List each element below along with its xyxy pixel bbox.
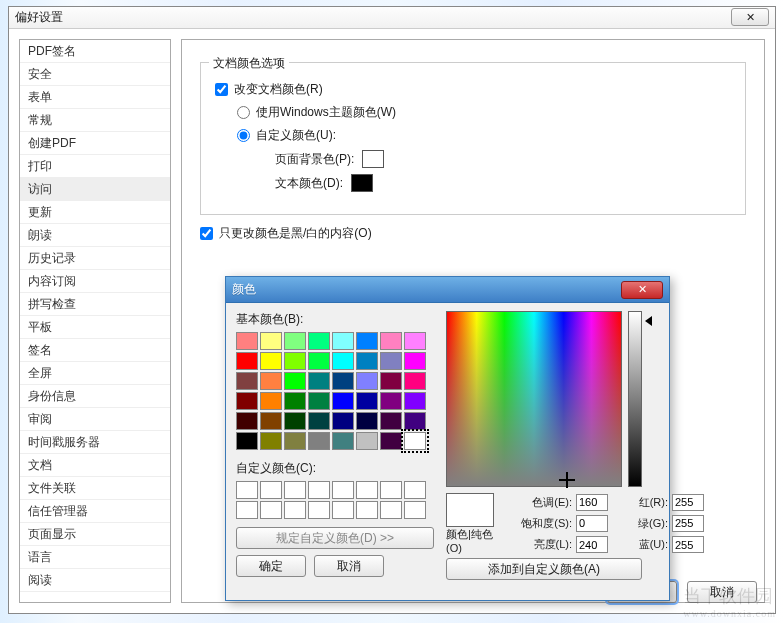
basic-color-cell[interactable] <box>260 372 282 390</box>
basic-color-cell[interactable] <box>236 372 258 390</box>
basic-color-cell[interactable] <box>308 412 330 430</box>
sidebar-item[interactable]: 内容订阅 <box>20 270 170 293</box>
color-picker-titlebar[interactable]: 颜色 ✕ <box>226 277 669 303</box>
sidebar-item[interactable]: 访问 <box>20 178 170 201</box>
sidebar-item[interactable]: 更新 <box>20 201 170 224</box>
basic-color-cell[interactable] <box>260 412 282 430</box>
custom-color-cell[interactable] <box>236 481 258 499</box>
sidebar-item[interactable]: 文档 <box>20 454 170 477</box>
sidebar-item[interactable]: 打印 <box>20 155 170 178</box>
basic-color-cell[interactable] <box>356 352 378 370</box>
change-doc-color-checkbox[interactable] <box>215 83 228 96</box>
basic-color-cell[interactable] <box>404 352 426 370</box>
basic-color-cell[interactable] <box>308 332 330 350</box>
basic-color-cell[interactable] <box>380 372 402 390</box>
basic-color-cell[interactable] <box>332 412 354 430</box>
basic-color-cell[interactable] <box>236 352 258 370</box>
add-to-custom-button[interactable]: 添加到自定义颜色(A) <box>446 558 642 580</box>
define-custom-color-button[interactable]: 规定自定义颜色(D) >> <box>236 527 434 549</box>
sidebar-item[interactable]: 创建PDF <box>20 132 170 155</box>
basic-color-cell[interactable] <box>332 392 354 410</box>
color-picker-ok-button[interactable]: 确定 <box>236 555 306 577</box>
basic-color-cell[interactable] <box>308 372 330 390</box>
only-bw-checkbox[interactable] <box>200 227 213 240</box>
sidebar-item[interactable]: 签名 <box>20 339 170 362</box>
color-picker-cancel-button[interactable]: 取消 <box>314 555 384 577</box>
basic-color-cell[interactable] <box>284 432 306 450</box>
windows-theme-label[interactable]: 使用Windows主题颜色(W) <box>256 104 396 121</box>
sidebar-item[interactable]: 语言 <box>20 546 170 569</box>
red-input[interactable] <box>672 494 704 511</box>
basic-color-cell[interactable] <box>356 392 378 410</box>
color-picker-close-button[interactable]: ✕ <box>621 281 663 299</box>
basic-color-cell[interactable] <box>404 432 426 450</box>
basic-color-cell[interactable] <box>332 352 354 370</box>
basic-color-cell[interactable] <box>284 392 306 410</box>
basic-color-cell[interactable] <box>236 392 258 410</box>
sidebar-item[interactable]: 朗读 <box>20 224 170 247</box>
blue-input[interactable] <box>672 536 704 553</box>
basic-color-cell[interactable] <box>236 412 258 430</box>
sidebar-item[interactable]: 身份信息 <box>20 385 170 408</box>
sidebar-item[interactable]: PDF签名 <box>20 40 170 63</box>
sidebar-item[interactable]: 历史记录 <box>20 247 170 270</box>
custom-color-cell[interactable] <box>332 501 354 519</box>
hue-input[interactable] <box>576 494 608 511</box>
sidebar-item[interactable]: 安全 <box>20 63 170 86</box>
custom-color-label[interactable]: 自定义颜色(U): <box>256 127 336 144</box>
basic-color-cell[interactable] <box>332 372 354 390</box>
basic-color-cell[interactable] <box>380 332 402 350</box>
hue-sat-field[interactable] <box>446 311 622 487</box>
custom-color-cell[interactable] <box>380 501 402 519</box>
sidebar-item[interactable]: 审阅 <box>20 408 170 431</box>
basic-color-cell[interactable] <box>332 332 354 350</box>
basic-color-cell[interactable] <box>236 432 258 450</box>
windows-theme-radio[interactable] <box>237 106 250 119</box>
preferences-close-button[interactable]: ✕ <box>731 8 769 26</box>
basic-color-cell[interactable] <box>356 412 378 430</box>
basic-color-cell[interactable] <box>404 372 426 390</box>
basic-color-cell[interactable] <box>284 352 306 370</box>
custom-color-cell[interactable] <box>260 501 282 519</box>
sidebar-item[interactable]: 常规 <box>20 109 170 132</box>
basic-color-cell[interactable] <box>356 332 378 350</box>
basic-color-cell[interactable] <box>380 352 402 370</box>
basic-color-cell[interactable] <box>356 372 378 390</box>
basic-color-cell[interactable] <box>356 432 378 450</box>
basic-color-cell[interactable] <box>308 392 330 410</box>
custom-color-cell[interactable] <box>356 481 378 499</box>
custom-color-cell[interactable] <box>236 501 258 519</box>
basic-color-cell[interactable] <box>404 412 426 430</box>
custom-color-cell[interactable] <box>404 481 426 499</box>
basic-color-cell[interactable] <box>380 392 402 410</box>
basic-color-cell[interactable] <box>260 332 282 350</box>
custom-color-cell[interactable] <box>404 501 426 519</box>
sidebar-item[interactable]: 表单 <box>20 86 170 109</box>
basic-color-cell[interactable] <box>260 352 282 370</box>
sidebar-item[interactable]: 信任管理器 <box>20 500 170 523</box>
basic-color-cell[interactable] <box>308 352 330 370</box>
custom-color-cell[interactable] <box>260 481 282 499</box>
only-bw-label[interactable]: 只更改颜色是黑/白的内容(O) <box>219 225 372 242</box>
basic-color-cell[interactable] <box>308 432 330 450</box>
sidebar-item[interactable]: 全屏 <box>20 362 170 385</box>
sidebar-item[interactable]: 时间戳服务器 <box>20 431 170 454</box>
sidebar-item[interactable]: 拼写检查 <box>20 293 170 316</box>
basic-color-cell[interactable] <box>332 432 354 450</box>
sidebar-item[interactable]: 文件关联 <box>20 477 170 500</box>
basic-color-cell[interactable] <box>284 372 306 390</box>
luminance-slider[interactable] <box>628 311 642 487</box>
custom-color-cell[interactable] <box>308 501 330 519</box>
basic-color-cell[interactable] <box>260 432 282 450</box>
basic-color-cell[interactable] <box>236 332 258 350</box>
custom-color-cell[interactable] <box>332 481 354 499</box>
basic-color-cell[interactable] <box>284 332 306 350</box>
basic-color-cell[interactable] <box>404 392 426 410</box>
text-color-swatch[interactable] <box>351 174 373 192</box>
custom-color-cell[interactable] <box>284 481 306 499</box>
basic-color-cell[interactable] <box>260 392 282 410</box>
custom-color-cell[interactable] <box>380 481 402 499</box>
custom-color-radio[interactable] <box>237 129 250 142</box>
sidebar-item[interactable]: 平板 <box>20 316 170 339</box>
page-bg-swatch[interactable] <box>362 150 384 168</box>
